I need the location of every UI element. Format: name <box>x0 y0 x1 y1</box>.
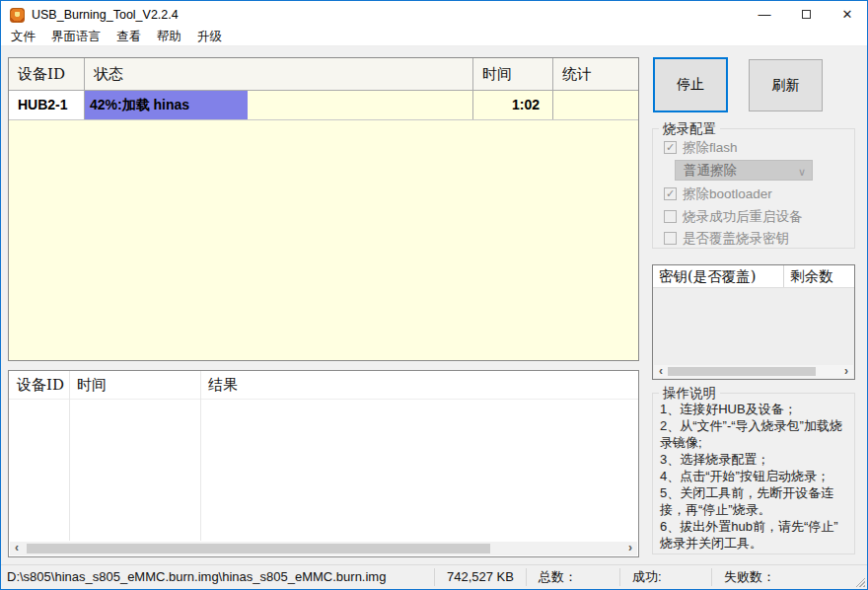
result-table-header: 设备ID 时间 结果 <box>9 371 638 400</box>
instruction-line: 3、选择烧录配置； <box>660 451 850 468</box>
column-divider <box>69 371 70 541</box>
menu-language[interactable]: 界面语言 <box>43 28 108 47</box>
key-table-header: 密钥(是否覆盖) 剩余数 <box>653 265 854 288</box>
menu-help[interactable]: 帮助 <box>149 28 189 47</box>
scroll-left-icon[interactable]: ‹ <box>654 365 668 379</box>
app-icon <box>10 8 25 23</box>
key-table-scrollbar[interactable]: ‹ › <box>654 365 853 378</box>
erase-bootloader-checkbox[interactable]: ✓ <box>664 187 677 200</box>
close-button[interactable]: ✕ <box>827 0 868 28</box>
header-remaining[interactable]: 剩余数 <box>784 265 854 287</box>
instruction-line: 5、关闭工具前，先断开设备连接，再“停止”烧录。 <box>660 484 850 518</box>
instruction-line: 6、拔出外置hub前，请先“停止”烧录并关闭工具。 <box>660 518 850 552</box>
menu-bar: 文件 界面语言 查看 帮助 升级 <box>1 29 867 46</box>
erase-bootloader-option[interactable]: ✓ 擦除bootloader <box>664 185 772 202</box>
status-divider <box>434 568 435 586</box>
status-fail-label: 失败数： <box>724 565 775 589</box>
status-bar: D:\s805\hinas_s805_eMMC.burn.img\hinas_s… <box>1 564 867 589</box>
close-icon: ✕ <box>842 7 853 22</box>
instruction-line: 2、从“文件”-“导入烧录包”加载烧录镜像; <box>660 417 850 451</box>
status-divider <box>619 568 620 586</box>
refresh-button[interactable]: 刷新 <box>749 59 823 111</box>
minimize-icon: — <box>759 7 771 22</box>
chevron-down-icon: ∨ <box>798 163 806 182</box>
burn-config-title: 烧录配置 <box>659 120 720 138</box>
status-success-label: 成功: <box>632 565 662 589</box>
device-table: 设备ID 状态 时间 统计 HUB2-1 42%:加载 hinas 1:02 <box>8 57 639 361</box>
status-divider <box>711 568 712 586</box>
stop-button[interactable]: 停止 <box>653 57 728 112</box>
overwrite-key-checkbox[interactable] <box>664 232 677 245</box>
header-device-id[interactable]: 设备ID <box>9 58 85 90</box>
reboot-after-success-checkbox[interactable] <box>664 210 677 223</box>
instructions-title: 操作说明 <box>659 385 720 403</box>
resize-grip[interactable] <box>854 576 865 587</box>
menu-view[interactable]: 查看 <box>108 28 149 47</box>
scroll-left-icon[interactable]: ‹ <box>10 542 24 555</box>
device-time-cell: 1:02 <box>473 91 553 119</box>
header-status[interactable]: 状态 <box>85 58 473 90</box>
erase-bootloader-label: 擦除bootloader <box>683 185 772 203</box>
status-text: 42%:加载 hinas <box>90 91 189 119</box>
window-controls: — ✕ <box>744 0 868 28</box>
erase-flash-option[interactable]: ✓ 擦除flash <box>664 139 738 156</box>
reboot-after-success-option[interactable]: 烧录成功后重启设备 <box>664 208 803 225</box>
result-table-scrollbar[interactable]: ‹ › <box>10 542 637 555</box>
device-stats-cell <box>553 91 638 119</box>
device-row[interactable]: HUB2-1 42%:加载 hinas 1:02 <box>9 91 638 120</box>
erase-flash-label: 擦除flash <box>683 139 738 157</box>
result-scrollbar-thumb[interactable] <box>27 544 490 553</box>
instruction-line: 4、点击“开始”按钮启动烧录； <box>660 468 850 484</box>
maximize-button[interactable] <box>785 0 827 28</box>
window-title: USB_Burning_Tool_V2.2.4 <box>32 8 179 22</box>
status-total-label: 总数： <box>539 565 577 589</box>
burn-config-group: 烧录配置 ✓ 擦除flash 普通擦除 ∨ ✓ 擦除bootloader 烧录成… <box>652 128 855 249</box>
scroll-right-icon[interactable]: › <box>623 542 637 555</box>
reboot-after-success-label: 烧录成功后重启设备 <box>683 208 803 226</box>
device-status-cell: 42%:加载 hinas <box>85 91 473 119</box>
maximize-icon <box>802 10 811 19</box>
erase-mode-select[interactable]: 普通擦除 ∨ <box>675 160 813 181</box>
column-divider <box>200 371 201 541</box>
header-result-device-id[interactable]: 设备ID <box>9 371 69 399</box>
device-table-header: 设备ID 状态 时间 统计 <box>9 58 638 91</box>
erase-mode-value: 普通擦除 <box>684 163 737 178</box>
key-scrollbar-thumb[interactable] <box>668 367 816 376</box>
menu-file[interactable]: 文件 <box>3 28 43 47</box>
status-divider <box>526 568 527 586</box>
result-table: 设备ID 时间 结果 ‹ › <box>8 370 639 557</box>
erase-flash-checkbox[interactable]: ✓ <box>664 141 677 154</box>
header-result-time[interactable]: 时间 <box>69 371 200 399</box>
overwrite-key-option[interactable]: 是否覆盖烧录密钥 <box>664 230 789 247</box>
header-key-overwrite[interactable]: 密钥(是否覆盖) <box>653 265 784 287</box>
instruction-line: 1、连接好HUB及设备； <box>660 401 850 417</box>
device-id-cell: HUB2-1 <box>9 91 85 119</box>
instructions-text: 1、连接好HUB及设备； 2、从“文件”-“导入烧录包”加载烧录镜像; 3、选择… <box>653 394 854 552</box>
header-result[interactable]: 结果 <box>200 371 638 399</box>
key-table: 密钥(是否覆盖) 剩余数 ‹ › <box>652 264 855 380</box>
scroll-right-icon[interactable]: › <box>839 365 853 379</box>
status-file-size: 742,527 KB <box>447 565 514 589</box>
menu-upgrade[interactable]: 升级 <box>189 28 230 47</box>
instructions-group: 操作说明 1、连接好HUB及设备； 2、从“文件”-“导入烧录包”加载烧录镜像;… <box>652 393 855 554</box>
header-time[interactable]: 时间 <box>473 58 553 90</box>
minimize-button[interactable]: — <box>744 0 785 28</box>
header-stats[interactable]: 统计 <box>553 58 638 90</box>
status-file-path: D:\s805\hinas_s805_eMMC.burn.img\hinas_s… <box>7 565 386 589</box>
title-bar: USB_Burning_Tool_V2.2.4 <box>1 1 867 29</box>
overwrite-key-label: 是否覆盖烧录密钥 <box>683 230 789 248</box>
